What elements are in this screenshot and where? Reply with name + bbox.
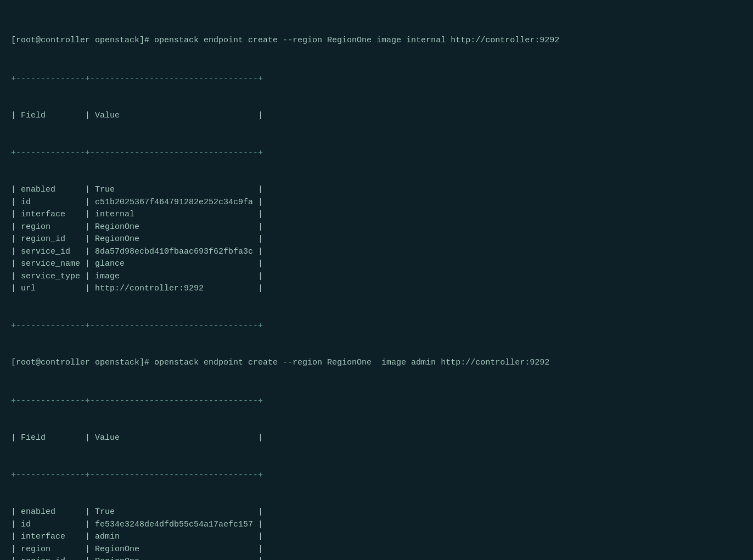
table-row: | enabled | True |: [11, 184, 742, 197]
terminal-output: [root@controller openstack]# openstack e…: [11, 10, 742, 560]
header-2: | Field | Value |: [11, 432, 742, 445]
separator-mid-2: +--------------+------------------------…: [11, 469, 742, 482]
command-line-2: [root@controller openstack]# openstack e…: [11, 357, 742, 369]
table-row: | enabled | True |: [11, 506, 742, 519]
header-1: | Field | Value |: [11, 110, 742, 122]
table-rows-2: | enabled | True || id | fe534e3248de4df…: [11, 506, 742, 560]
table-row: | interface | admin |: [11, 531, 742, 544]
table-rows-1: | enabled | True || id | c51b2025367f464…: [11, 184, 742, 295]
table-row: | url | http://controller:9292 |: [11, 283, 742, 295]
table-row: | service_type | image |: [11, 271, 742, 283]
command-line-1: [root@controller openstack]# openstack e…: [11, 35, 742, 47]
table-row: | id | fe534e3248de4dfdb55c54a17aefc157 …: [11, 519, 742, 531]
table-row: | interface | internal |: [11, 209, 742, 221]
separator-bot-1: +--------------+------------------------…: [11, 320, 742, 333]
table-row: | region_id | RegionOne |: [11, 233, 742, 246]
table-row: | region_id | RegionOne |: [11, 556, 742, 560]
table-row: | region | RegionOne |: [11, 221, 742, 234]
table-row: | service_name | glance |: [11, 258, 742, 271]
separator-mid-1: +--------------+------------------------…: [11, 147, 742, 160]
table-row: | region | RegionOne |: [11, 544, 742, 556]
table-row: | id | c51b2025367f464791282e252c34c9fa …: [11, 197, 742, 209]
separator-top-1: +--------------+------------------------…: [11, 73, 742, 86]
table-row: | service_id | 8da57d98ecbd410fbaac693f6…: [11, 246, 742, 259]
separator-top-2: +--------------+------------------------…: [11, 395, 742, 408]
